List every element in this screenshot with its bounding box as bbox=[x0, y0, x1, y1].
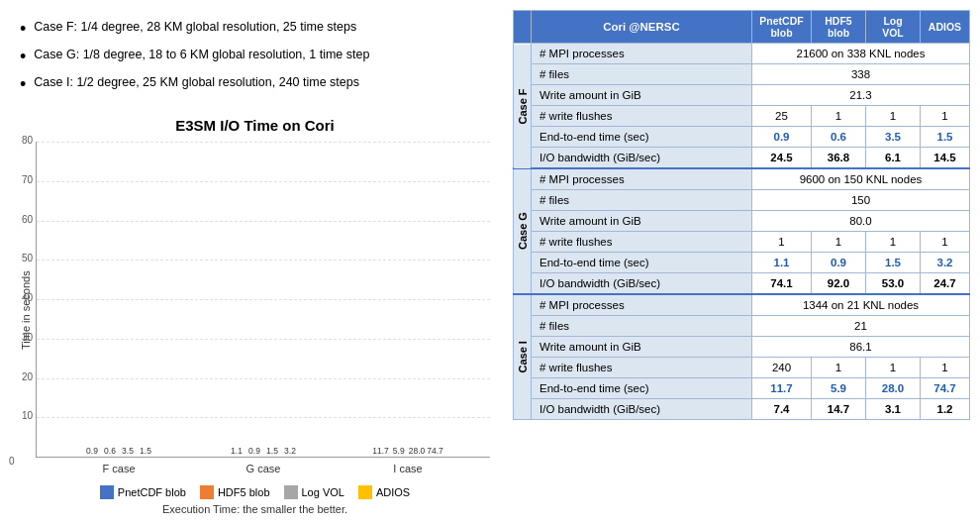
table-row: Write amount in GiB86.1 bbox=[514, 337, 970, 358]
value-cell: 1.5 bbox=[866, 253, 921, 273]
legend-item: Log VOL bbox=[284, 485, 344, 499]
table-row: Case I# MPI processes1344 on 21 KNL node… bbox=[514, 294, 970, 316]
value-cell: 1.5 bbox=[921, 127, 970, 148]
value-cell: 1.2 bbox=[921, 399, 970, 420]
value-cell: 1 bbox=[866, 232, 921, 253]
case-label: Case I bbox=[514, 294, 532, 420]
span-value: 9600 on 150 KNL nodes bbox=[752, 168, 970, 190]
bar-value-label: 5.9 bbox=[393, 446, 405, 456]
legend: PnetCDF blobHDF5 blobLog VOLADIOS bbox=[20, 485, 490, 499]
bar-value-label: 1.5 bbox=[266, 446, 278, 456]
metric-cell: # write flushes bbox=[532, 106, 752, 127]
bullet-dot: • bbox=[20, 48, 26, 65]
table-row: # files21 bbox=[514, 316, 970, 337]
value-cell: 1 bbox=[921, 106, 970, 127]
bar: 1.1 bbox=[229, 446, 245, 457]
bar: 5.9 bbox=[391, 446, 407, 457]
legend-label: HDF5 blob bbox=[218, 486, 270, 498]
bar: 3.2 bbox=[282, 446, 298, 457]
span-value: 338 bbox=[752, 64, 970, 85]
table-row: Write amount in GiB21.3 bbox=[514, 85, 970, 106]
legend-item: PnetCDF blob bbox=[100, 485, 186, 499]
metric-cell: # files bbox=[532, 316, 752, 337]
value-cell: 24.7 bbox=[921, 273, 970, 295]
value-cell: 11.7 bbox=[752, 378, 812, 399]
legend-swatch bbox=[284, 485, 298, 499]
bullet-dot: • bbox=[20, 75, 26, 93]
value-cell: 1 bbox=[812, 358, 866, 378]
span-value: 21600 on 338 KNL nodes bbox=[752, 44, 970, 64]
left-panel: •Case F: 1/4 degree, 28 KM global resolu… bbox=[0, 0, 505, 525]
value-cell: 1 bbox=[921, 358, 970, 378]
chart-inner: 10203040506070800 0.90.63.51.5F case1.10… bbox=[36, 142, 490, 479]
bar: 0.9 bbox=[246, 446, 262, 457]
bar-group: 1.10.91.53.2G case bbox=[191, 446, 336, 457]
value-cell: 240 bbox=[752, 358, 812, 378]
bar: 1.5 bbox=[138, 446, 153, 457]
value-cell: 3.5 bbox=[866, 127, 921, 148]
bar: 74.7 bbox=[427, 446, 443, 457]
bar-value-label: 3.2 bbox=[284, 446, 296, 456]
metric-cell: # write flushes bbox=[532, 358, 752, 378]
bar-value-label: 1.1 bbox=[231, 446, 243, 456]
bar-value-label: 0.6 bbox=[104, 446, 116, 456]
value-cell: 36.8 bbox=[812, 148, 866, 169]
bar-value-label: 11.7 bbox=[372, 446, 389, 456]
bar-value-label: 28.0 bbox=[409, 446, 426, 456]
value-cell: 53.0 bbox=[866, 273, 921, 295]
span-value: 150 bbox=[752, 190, 970, 211]
table-row: # write flushes25111 bbox=[514, 106, 970, 127]
value-cell: 1 bbox=[866, 106, 921, 127]
metric-cell: Write amount in GiB bbox=[532, 85, 752, 106]
span-value: 21.3 bbox=[752, 85, 970, 106]
span-value: 86.1 bbox=[752, 337, 970, 358]
metric-cell: # MPI processes bbox=[532, 44, 752, 64]
bar-value-label: 3.5 bbox=[122, 446, 134, 456]
table-row: Write amount in GiB80.0 bbox=[514, 211, 970, 232]
bullet-dot: • bbox=[20, 20, 26, 38]
metric-cell: # files bbox=[532, 190, 752, 211]
value-cell: 28.0 bbox=[866, 378, 921, 399]
bar-groups: 0.90.63.51.5F case1.10.91.53.2G case11.7… bbox=[47, 142, 480, 457]
value-cell: 1 bbox=[812, 106, 866, 127]
value-cell: 7.4 bbox=[752, 399, 812, 420]
metric-cell: # files bbox=[532, 64, 752, 85]
bar: 28.0 bbox=[409, 446, 426, 457]
table-row: I/O bandwidth (GiB/sec)7.414.73.11.2 bbox=[514, 399, 970, 420]
chart-plot: 10203040506070800 0.90.63.51.5F case1.10… bbox=[36, 142, 490, 458]
value-cell: 0.6 bbox=[812, 127, 866, 148]
metric-cell: # write flushes bbox=[532, 232, 752, 253]
table-row: I/O bandwidth (GiB/sec)74.192.053.024.7 bbox=[514, 273, 970, 295]
bullet-item: •Case F: 1/4 degree, 28 KM global resolu… bbox=[20, 20, 490, 38]
data-table: Cori @NERSCPnetCDF blobHDF5 blobLog VOLA… bbox=[513, 10, 970, 420]
legend-swatch bbox=[100, 485, 114, 499]
table-row: End-to-end time (sec)11.75.928.074.7 bbox=[514, 378, 970, 399]
bar-group: 0.90.63.51.5F case bbox=[47, 446, 191, 457]
span-value: 80.0 bbox=[752, 211, 970, 232]
group-label: G case bbox=[246, 463, 281, 474]
bar-value-label: 0.9 bbox=[86, 446, 98, 456]
value-cell: 6.1 bbox=[866, 148, 921, 169]
table-row: Case G# MPI processes9600 on 150 KNL nod… bbox=[514, 168, 970, 190]
chart-container: Time in seconds 10203040506070800 0.90.6… bbox=[20, 142, 490, 479]
table-row: I/O bandwidth (GiB/sec)24.536.86.114.5 bbox=[514, 148, 970, 169]
chart-area: E3SM I/O Time on Cori Time in seconds 10… bbox=[20, 117, 490, 515]
legend-item: HDF5 blob bbox=[200, 485, 270, 499]
value-cell: 14.5 bbox=[921, 148, 970, 169]
table-row: # write flushes1111 bbox=[514, 232, 970, 253]
legend-swatch bbox=[200, 485, 214, 499]
bullet-item: •Case I: 1/2 degree, 25 KM global resolu… bbox=[20, 75, 490, 93]
bar-value-label: 74.7 bbox=[427, 446, 443, 456]
right-panel: Cori @NERSCPnetCDF blobHDF5 blobLog VOLA… bbox=[505, 0, 980, 525]
value-cell: 0.9 bbox=[812, 253, 866, 273]
legend-label: PnetCDF blob bbox=[118, 486, 186, 498]
value-cell: 5.9 bbox=[812, 378, 866, 399]
value-cell: 3.2 bbox=[921, 253, 970, 273]
bar: 11.7 bbox=[372, 446, 389, 457]
bar: 1.5 bbox=[264, 446, 280, 457]
table-row: # files150 bbox=[514, 190, 970, 211]
bar-value-label: 1.5 bbox=[140, 446, 151, 456]
group-label: F case bbox=[102, 463, 135, 474]
value-cell: 1.1 bbox=[752, 253, 812, 273]
value-cell: 14.7 bbox=[812, 399, 866, 420]
